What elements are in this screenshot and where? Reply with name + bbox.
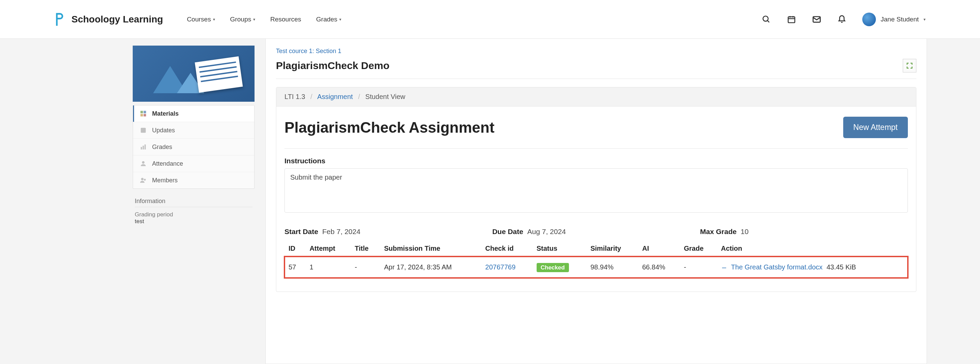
chevron-down-icon: ▾: [924, 17, 926, 22]
avatar: [862, 13, 876, 26]
tool-breadcrumb: LTI 1.3 / Assignment / Student View: [276, 87, 916, 106]
course-thumbnail: [133, 46, 255, 102]
sidebar-item-updates[interactable]: Updates: [133, 122, 254, 139]
svg-rect-11: [143, 114, 146, 116]
updates-icon: [139, 126, 147, 134]
user-name: Jane Student: [881, 16, 919, 23]
sidebar-item-members[interactable]: Members: [133, 172, 254, 188]
col-title: Title: [350, 240, 380, 256]
members-icon: [139, 176, 147, 184]
top-nav: Courses ▾ Groups ▾ Resources Grades ▾: [187, 16, 341, 23]
sidebar-item-label: Updates: [152, 127, 175, 134]
page-title: PlagiarismCheck Demo: [276, 60, 389, 72]
bell-icon[interactable]: [837, 14, 846, 24]
svg-rect-15: [145, 145, 146, 150]
nav-label: Courses: [187, 16, 211, 23]
col-submission-time: Submission Time: [380, 240, 481, 256]
col-similarity: Similarity: [586, 240, 638, 256]
attempts-table: ID Attempt Title Submission Time Check i…: [285, 240, 908, 278]
user-menu[interactable]: Jane Student ▾: [862, 13, 926, 26]
brand-name: Schoology Learning: [72, 14, 163, 25]
brand[interactable]: Schoology Learning: [54, 12, 163, 27]
course-sidebar: Materials Updates Grades Attendance Memb…: [133, 46, 255, 225]
col-grade: Grade: [680, 240, 717, 256]
svg-rect-13: [141, 147, 142, 149]
due-date-label: Due Date: [492, 227, 523, 235]
tool-panel: LTI 1.3 / Assignment / Student View Plag…: [276, 87, 916, 292]
svg-rect-10: [140, 114, 143, 116]
crumb-assignment-link[interactable]: Assignment: [317, 93, 353, 100]
brand-logo-icon: [54, 12, 65, 27]
col-attempt: Attempt: [305, 240, 351, 256]
crumb-lti: LTI 1.3: [285, 93, 305, 100]
table-header-row: ID Attempt Title Submission Time Check i…: [285, 240, 908, 256]
sidebar-menu: Materials Updates Grades Attendance Memb…: [133, 105, 255, 189]
crumb-student-view: Student View: [366, 93, 406, 100]
expand-icon[interactable]: [903, 59, 916, 73]
svg-point-17: [141, 178, 143, 180]
chevron-down-icon: ▾: [253, 17, 255, 22]
start-date-value: Feb 7, 2024: [322, 227, 360, 235]
instructions-box: Submit the paper: [285, 168, 908, 213]
col-ai: AI: [638, 240, 679, 256]
new-attempt-button[interactable]: New Attempt: [843, 117, 908, 138]
download-icon[interactable]: [721, 263, 729, 271]
main-panel: Test cource 1: Section 1 PlagiarismCheck…: [266, 39, 927, 364]
instructions-text: Submit the paper: [290, 173, 342, 181]
sidebar-item-materials[interactable]: Materials: [133, 105, 254, 122]
nav-groups[interactable]: Groups ▾: [230, 16, 255, 23]
nav-label: Groups: [230, 16, 251, 23]
chevron-down-icon: ▾: [339, 17, 341, 22]
info-value: test: [135, 218, 253, 225]
col-id: ID: [285, 240, 305, 256]
svg-rect-14: [143, 146, 144, 149]
cell-similarity: 98.94%: [586, 256, 638, 278]
materials-icon: [139, 110, 147, 118]
cell-title: -: [350, 256, 380, 278]
grades-icon: [139, 143, 147, 151]
attendance-icon: [139, 159, 147, 168]
svg-rect-2: [788, 17, 795, 22]
svg-rect-8: [140, 111, 143, 113]
search-icon[interactable]: [762, 14, 771, 24]
due-date-value: Aug 7, 2024: [527, 227, 566, 235]
top-bar-right: Jane Student ▾: [762, 13, 926, 26]
sidebar-item-attendance[interactable]: Attendance: [133, 156, 254, 172]
cell-submission-time: Apr 17, 2024, 8:35 AM: [380, 256, 481, 278]
info-key: Grading period: [135, 211, 253, 218]
sidebar-item-label: Members: [152, 177, 178, 184]
svg-point-0: [763, 16, 768, 21]
info-heading: Information: [135, 198, 253, 207]
svg-line-1: [767, 21, 769, 22]
max-grade-value: 10: [741, 227, 749, 235]
tool-body: PlagiarismCheck Assignment New Attempt I…: [276, 106, 916, 291]
calendar-icon[interactable]: [787, 14, 796, 24]
nav-label: Grades: [316, 16, 337, 23]
cell-attempt: 1: [305, 256, 351, 278]
breadcrumb-parent-link[interactable]: Test cource 1: Section 1: [276, 48, 341, 54]
nav-courses[interactable]: Courses ▾: [187, 16, 215, 23]
cell-action: The Great Gatsby format.docx 43.45 KiB: [717, 256, 908, 278]
assignment-meta: Start Date Feb 7, 2024 Due Date Aug 7, 2…: [285, 227, 908, 236]
nav-grades[interactable]: Grades ▾: [316, 16, 341, 23]
top-bar: Schoology Learning Courses ▾ Groups ▾ Re…: [0, 0, 980, 39]
breadcrumb-sep: /: [358, 93, 360, 100]
col-status: Status: [533, 240, 586, 256]
divider: [285, 148, 908, 149]
nav-resources[interactable]: Resources: [270, 16, 301, 23]
sidebar-item-label: Grades: [152, 143, 172, 151]
col-check-id: Check id: [481, 240, 533, 256]
sidebar-item-grades[interactable]: Grades: [133, 139, 254, 156]
svg-point-16: [142, 161, 144, 164]
check-id-link[interactable]: 20767769: [485, 263, 515, 271]
status-badge: Checked: [537, 263, 569, 272]
table-row: 57 1 - Apr 17, 2024, 8:35 AM 20767769 Ch…: [285, 256, 908, 278]
cell-id: 57: [285, 256, 305, 278]
assignment-title: PlagiarismCheck Assignment: [285, 119, 495, 136]
file-size: 43.45 KiB: [827, 263, 856, 271]
nav-label: Resources: [270, 16, 301, 23]
cell-grade: -: [680, 256, 717, 278]
mail-icon[interactable]: [812, 14, 821, 24]
file-link[interactable]: The Great Gatsby format.docx: [731, 263, 822, 271]
svg-rect-9: [143, 111, 146, 113]
